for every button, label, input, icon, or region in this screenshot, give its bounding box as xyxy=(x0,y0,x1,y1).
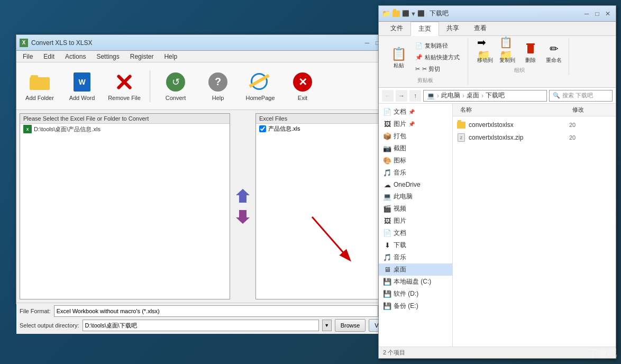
sidebar-item-videos[interactable]: 🎬 视频 xyxy=(379,203,452,215)
explorer-close-button[interactable]: ✕ xyxy=(603,9,613,19)
left-panel-header: Please Select the Excel File or Folder t… xyxy=(20,114,230,124)
cut-button[interactable]: ✂ ✂ 剪切 xyxy=(412,63,463,75)
copy-path-button[interactable]: 📄 复制路径 xyxy=(412,40,463,51)
delete-button[interactable]: 删除 xyxy=(519,39,542,66)
sidebar-item-screenshot[interactable]: 📷 截图 xyxy=(379,142,452,154)
minimize-button[interactable]: ─ xyxy=(362,38,372,48)
address-home-icon: 💻 xyxy=(427,92,435,99)
right-panel-header: Excel Files xyxy=(256,114,392,124)
add-folder-button[interactable]: Add Folder xyxy=(21,65,59,107)
explorer-minimize-button[interactable]: ─ xyxy=(582,9,591,19)
file-item-folder[interactable]: convertxlstoxlsx 20 xyxy=(453,119,616,131)
copy-path-label: 复制路径 xyxy=(425,42,448,50)
ribbon-tabs: 文件 主页 共享 查看 xyxy=(379,22,616,36)
output-dir-label: Select output directory: xyxy=(20,322,79,329)
ribbon-tab-share[interactable]: 共享 xyxy=(439,22,467,35)
exit-button[interactable]: ✕ Exit xyxy=(284,65,322,107)
remove-file-button[interactable]: Remove File xyxy=(105,65,143,107)
arrow-up-button[interactable] xyxy=(235,188,251,204)
output-dropdown[interactable]: ▼ xyxy=(322,320,332,331)
output-dir-input[interactable] xyxy=(83,320,319,331)
explorer-titlebar: 📁 ⬛ ▼ ⬛ | 下载吧 ─ □ ✕ xyxy=(379,6,616,22)
copy-to-button[interactable]: 📋📁 复制到 xyxy=(497,39,518,66)
menu-file[interactable]: File xyxy=(19,52,37,61)
right-panel-content[interactable]: 产品信息.xls xyxy=(256,124,392,299)
sidebar-item-documents[interactable]: 📄 文档 📌 xyxy=(379,106,452,118)
ribbon-tab-file[interactable]: 文件 xyxy=(383,22,410,35)
search-box[interactable]: 🔍 搜索 下载吧 xyxy=(549,90,613,102)
sidebar-item-icons[interactable]: 🎨 图标 xyxy=(379,154,452,167)
col-name[interactable]: 名称 xyxy=(457,106,569,114)
sidebar-item-music1[interactable]: 🎵 音乐 xyxy=(379,167,452,179)
sidebar-item-pack[interactable]: 📦 打包 xyxy=(379,130,452,142)
format-row: File Format: ▼ xyxy=(20,305,393,317)
pin-icon-documents: 📌 xyxy=(408,109,415,115)
sidebar-drive-c-label: 本地磁盘 (C:) xyxy=(394,277,431,286)
sidebar-desktop-label: 桌面 xyxy=(394,265,406,274)
music2-icon: 🎵 xyxy=(383,253,391,262)
move-to-button[interactable]: ➡📁 移动到 xyxy=(474,39,496,66)
address-part2: 桌面 xyxy=(467,91,479,100)
folder-date: 20 xyxy=(569,122,611,128)
sidebar-item-drive-d[interactable]: 💾 软件 (D:) xyxy=(379,288,452,300)
explorer-status: 2 个项目 xyxy=(379,347,616,358)
sidebar-item-desktop[interactable]: 🖥 桌面 xyxy=(379,263,452,276)
convert-button[interactable]: ↺ Convert xyxy=(157,65,195,107)
svg-rect-7 xyxy=(531,44,533,46)
sidebar-item-pictures2[interactable]: 🖼 图片 xyxy=(379,215,452,227)
zip-file-name: convertxlstoxlsx.zip xyxy=(469,134,566,141)
back-button[interactable]: ← xyxy=(382,90,394,102)
paste-shortcut-button[interactable]: 📌 粘贴快捷方式 xyxy=(412,52,463,63)
status-text: 2 个项目 xyxy=(383,349,405,357)
up-button[interactable]: ↑ xyxy=(409,90,421,102)
excel-file-row: 产品信息.xls xyxy=(256,124,392,134)
menu-register[interactable]: Register xyxy=(126,52,158,61)
forward-button[interactable]: → xyxy=(396,90,407,102)
homepage-icon xyxy=(250,71,271,93)
menu-actions[interactable]: Actions xyxy=(61,52,90,61)
explorer-window-title: 下载吧 xyxy=(430,9,449,18)
explorer-maximize-button[interactable]: □ xyxy=(592,9,602,19)
ribbon-tab-view[interactable]: 查看 xyxy=(467,22,494,35)
menu-help[interactable]: Help xyxy=(160,52,181,61)
sidebar-item-downloads[interactable]: ⬇ 下载 xyxy=(379,239,452,251)
pictures-icon: 🖼 xyxy=(383,120,391,129)
file-item-zip[interactable]: Z convertxlstoxlsx.zip 20 xyxy=(453,131,616,144)
sidebar-music1-label: 音乐 xyxy=(394,168,406,177)
col-date[interactable]: 修改 xyxy=(569,106,611,114)
file-checkbox[interactable] xyxy=(259,125,266,132)
homepage-label: HomePage xyxy=(245,95,275,101)
homepage-button[interactable]: HomePage xyxy=(241,65,279,107)
clipboard-btns: 📋 粘贴 📄 复制路径 📌 粘贴快捷方式 xyxy=(387,39,463,76)
paste-shortcut-label: 粘贴快捷方式 xyxy=(425,53,460,61)
arrow-down-button[interactable] xyxy=(235,209,251,225)
svg-rect-4 xyxy=(526,43,535,45)
address-bar[interactable]: 💻 › 此电脑 › 桌面 › 下载吧 xyxy=(423,90,547,102)
sidebar-item-music2[interactable]: 🎵 音乐 xyxy=(379,251,452,263)
zip-icon: Z xyxy=(457,133,465,142)
explorer-body: 📄 文档 📌 🖼 图片 📌 📦 打包 📷 截图 xyxy=(379,104,616,347)
help-label: Help xyxy=(212,95,224,101)
file-format-input[interactable] xyxy=(54,305,378,317)
ribbon-tab-home[interactable]: 主页 xyxy=(410,22,439,36)
sidebar-item-thispc[interactable]: 💻 此电脑 xyxy=(379,190,452,203)
paste-button[interactable]: 📋 粘贴 xyxy=(387,44,410,71)
left-panel-content[interactable]: X D:\tools\桌面\产品信息.xls xyxy=(20,124,230,299)
output-row: Select output directory: ▼ Browse View xyxy=(20,319,393,332)
help-button[interactable]: ? Help xyxy=(199,65,237,107)
menu-edit[interactable]: Edit xyxy=(39,52,59,61)
sidebar-item-pictures[interactable]: 🖼 图片 📌 xyxy=(379,118,452,130)
sidebar-item-onedrive[interactable]: ☁ OneDrive xyxy=(379,179,452,190)
sidebar-item-drive-c[interactable]: 💾 本地磁盘 (C:) xyxy=(379,276,452,288)
menu-settings[interactable]: Settings xyxy=(92,52,123,61)
explorer-window: 📁 ⬛ ▼ ⬛ | 下载吧 ─ □ ✕ 文件 主页 共享 xyxy=(378,5,616,359)
rename-icon: ✏ xyxy=(546,41,562,57)
rename-button[interactable]: ✏ 重命名 xyxy=(543,39,564,66)
sidebar-item-drive-e[interactable]: 💾 备份 (E:) xyxy=(379,300,452,312)
browse-button[interactable]: Browse xyxy=(335,319,366,332)
videos-icon: 🎬 xyxy=(383,205,391,213)
clipboard-group-label: 剪贴板 xyxy=(417,77,433,84)
add-word-button[interactable]: W Add Word xyxy=(63,65,101,107)
sidebar-item-documents2[interactable]: 📄 文档 xyxy=(379,227,452,239)
help-icon: ? xyxy=(207,71,229,93)
